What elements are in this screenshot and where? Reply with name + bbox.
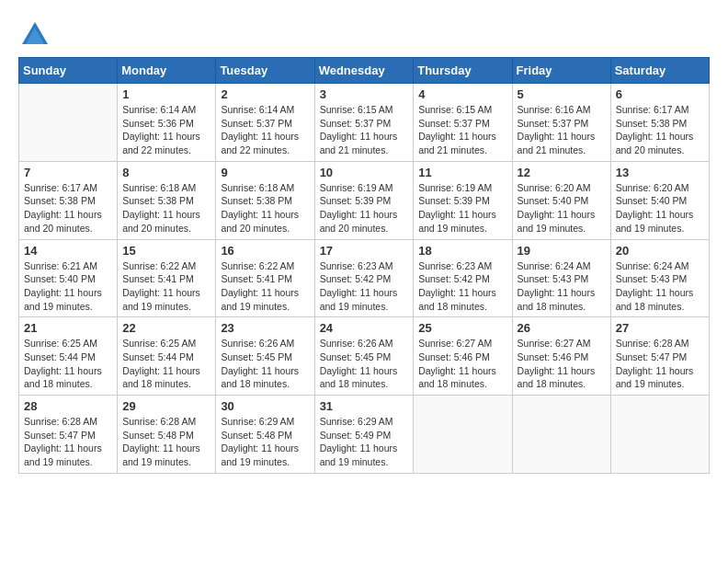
day-number: 15 xyxy=(122,244,210,258)
calendar-week-2: 7Sunrise: 6:17 AMSunset: 5:38 PMDaylight… xyxy=(19,161,710,239)
cell-info: Sunrise: 6:28 AMSunset: 5:47 PMDaylight:… xyxy=(24,415,112,469)
cell-info: Sunrise: 6:23 AMSunset: 5:42 PMDaylight:… xyxy=(418,259,506,314)
day-number: 4 xyxy=(418,87,506,101)
day-number: 10 xyxy=(320,166,409,179)
day-number: 18 xyxy=(418,244,506,258)
day-number: 3 xyxy=(320,87,409,101)
page-header xyxy=(18,18,710,52)
calendar-cell: 12Sunrise: 6:20 AMSunset: 5:40 PMDayligh… xyxy=(512,161,610,239)
cell-info: Sunrise: 6:17 AMSunset: 5:38 PMDaylight:… xyxy=(616,103,704,157)
calendar-cell xyxy=(414,396,512,474)
day-number: 22 xyxy=(122,321,210,335)
cell-info: Sunrise: 6:25 AMSunset: 5:44 PMDaylight:… xyxy=(122,337,210,391)
day-number: 2 xyxy=(221,87,309,101)
calendar-cell: 9Sunrise: 6:18 AMSunset: 5:38 PMDaylight… xyxy=(216,161,314,239)
day-number: 24 xyxy=(320,321,409,335)
cell-info: Sunrise: 6:26 AMSunset: 5:45 PMDaylight:… xyxy=(320,337,409,391)
calendar-cell: 26Sunrise: 6:27 AMSunset: 5:46 PMDayligh… xyxy=(512,317,610,396)
cell-info: Sunrise: 6:18 AMSunset: 5:38 PMDaylight:… xyxy=(221,181,309,236)
day-number: 7 xyxy=(24,166,112,179)
calendar-cell xyxy=(19,84,118,162)
cell-info: Sunrise: 6:27 AMSunset: 5:46 PMDaylight:… xyxy=(418,337,506,391)
day-number: 27 xyxy=(616,321,704,335)
cell-info: Sunrise: 6:19 AMSunset: 5:39 PMDaylight:… xyxy=(320,181,409,236)
day-number: 8 xyxy=(122,166,210,179)
cell-info: Sunrise: 6:29 AMSunset: 5:48 PMDaylight:… xyxy=(221,415,309,469)
calendar-cell: 27Sunrise: 6:28 AMSunset: 5:47 PMDayligh… xyxy=(610,317,709,396)
day-number: 14 xyxy=(24,244,112,258)
calendar-cell: 6Sunrise: 6:17 AMSunset: 5:38 PMDaylight… xyxy=(610,84,709,162)
day-number: 21 xyxy=(24,321,112,335)
cell-info: Sunrise: 6:25 AMSunset: 5:44 PMDaylight:… xyxy=(24,337,112,391)
calendar-cell: 13Sunrise: 6:20 AMSunset: 5:40 PMDayligh… xyxy=(610,161,709,239)
day-number: 12 xyxy=(518,166,606,179)
weekday-header-saturday: Saturday xyxy=(610,58,709,84)
calendar-cell: 28Sunrise: 6:28 AMSunset: 5:47 PMDayligh… xyxy=(19,396,118,474)
weekday-header-sunday: Sunday xyxy=(19,58,118,84)
day-number: 6 xyxy=(616,87,704,101)
cell-info: Sunrise: 6:29 AMSunset: 5:49 PMDaylight:… xyxy=(320,415,409,469)
day-number: 30 xyxy=(221,399,309,413)
calendar-cell: 11Sunrise: 6:19 AMSunset: 5:39 PMDayligh… xyxy=(414,161,512,239)
calendar-week-4: 21Sunrise: 6:25 AMSunset: 5:44 PMDayligh… xyxy=(19,317,710,396)
cell-info: Sunrise: 6:24 AMSunset: 5:43 PMDaylight:… xyxy=(518,259,606,314)
cell-info: Sunrise: 6:15 AMSunset: 5:37 PMDaylight:… xyxy=(418,103,506,157)
day-number: 31 xyxy=(320,399,409,413)
calendar-cell: 18Sunrise: 6:23 AMSunset: 5:42 PMDayligh… xyxy=(414,239,512,317)
cell-info: Sunrise: 6:22 AMSunset: 5:41 PMDaylight:… xyxy=(221,259,309,314)
calendar-cell: 19Sunrise: 6:24 AMSunset: 5:43 PMDayligh… xyxy=(512,239,610,317)
day-number: 9 xyxy=(221,166,309,179)
day-number: 19 xyxy=(518,244,606,258)
calendar-cell: 21Sunrise: 6:25 AMSunset: 5:44 PMDayligh… xyxy=(19,317,118,396)
day-number: 23 xyxy=(221,321,309,335)
cell-info: Sunrise: 6:28 AMSunset: 5:47 PMDaylight:… xyxy=(616,337,704,391)
calendar-table: SundayMondayTuesdayWednesdayThursdayFrid… xyxy=(18,57,710,474)
cell-info: Sunrise: 6:19 AMSunset: 5:39 PMDaylight:… xyxy=(418,181,506,236)
day-number: 1 xyxy=(122,87,210,101)
day-number: 25 xyxy=(418,321,506,335)
calendar-cell xyxy=(610,396,709,474)
cell-info: Sunrise: 6:16 AMSunset: 5:37 PMDaylight:… xyxy=(518,103,606,157)
cell-info: Sunrise: 6:15 AMSunset: 5:37 PMDaylight:… xyxy=(320,103,409,157)
calendar-cell: 15Sunrise: 6:22 AMSunset: 5:41 PMDayligh… xyxy=(118,239,216,317)
day-number: 26 xyxy=(518,321,606,335)
day-number: 11 xyxy=(418,166,506,179)
cell-info: Sunrise: 6:14 AMSunset: 5:36 PMDaylight:… xyxy=(122,103,210,157)
weekday-header-row: SundayMondayTuesdayWednesdayThursdayFrid… xyxy=(19,58,710,84)
cell-info: Sunrise: 6:24 AMSunset: 5:43 PMDaylight:… xyxy=(616,259,704,314)
cell-info: Sunrise: 6:26 AMSunset: 5:45 PMDaylight:… xyxy=(221,337,309,391)
calendar-cell: 22Sunrise: 6:25 AMSunset: 5:44 PMDayligh… xyxy=(118,317,216,396)
cell-info: Sunrise: 6:20 AMSunset: 5:40 PMDaylight:… xyxy=(518,181,606,236)
calendar-cell: 16Sunrise: 6:22 AMSunset: 5:41 PMDayligh… xyxy=(216,239,314,317)
calendar-cell: 29Sunrise: 6:28 AMSunset: 5:48 PMDayligh… xyxy=(118,396,216,474)
day-number: 28 xyxy=(24,399,112,413)
calendar-cell: 5Sunrise: 6:16 AMSunset: 5:37 PMDaylight… xyxy=(512,84,610,162)
cell-info: Sunrise: 6:28 AMSunset: 5:48 PMDaylight:… xyxy=(122,415,210,469)
day-number: 5 xyxy=(518,87,606,101)
calendar-cell: 24Sunrise: 6:26 AMSunset: 5:45 PMDayligh… xyxy=(314,317,414,396)
calendar-cell: 31Sunrise: 6:29 AMSunset: 5:49 PMDayligh… xyxy=(314,396,414,474)
cell-info: Sunrise: 6:23 AMSunset: 5:42 PMDaylight:… xyxy=(320,259,409,314)
weekday-header-wednesday: Wednesday xyxy=(314,58,414,84)
calendar-cell: 25Sunrise: 6:27 AMSunset: 5:46 PMDayligh… xyxy=(414,317,512,396)
day-number: 13 xyxy=(616,166,704,179)
cell-info: Sunrise: 6:18 AMSunset: 5:38 PMDaylight:… xyxy=(122,181,210,236)
calendar-cell: 7Sunrise: 6:17 AMSunset: 5:38 PMDaylight… xyxy=(19,161,118,239)
weekday-header-monday: Monday xyxy=(118,58,216,84)
cell-info: Sunrise: 6:22 AMSunset: 5:41 PMDaylight:… xyxy=(122,259,210,314)
cell-info: Sunrise: 6:20 AMSunset: 5:40 PMDaylight:… xyxy=(616,181,704,236)
logo xyxy=(18,18,55,52)
logo-icon xyxy=(18,18,51,52)
cell-info: Sunrise: 6:21 AMSunset: 5:40 PMDaylight:… xyxy=(24,259,112,314)
cell-info: Sunrise: 6:14 AMSunset: 5:37 PMDaylight:… xyxy=(221,103,309,157)
calendar-cell: 17Sunrise: 6:23 AMSunset: 5:42 PMDayligh… xyxy=(314,239,414,317)
calendar-cell: 3Sunrise: 6:15 AMSunset: 5:37 PMDaylight… xyxy=(314,84,414,162)
calendar-cell: 2Sunrise: 6:14 AMSunset: 5:37 PMDaylight… xyxy=(216,84,314,162)
day-number: 16 xyxy=(221,244,309,258)
weekday-header-friday: Friday xyxy=(512,58,610,84)
day-number: 20 xyxy=(616,244,704,258)
day-number: 17 xyxy=(320,244,409,258)
calendar-week-5: 28Sunrise: 6:28 AMSunset: 5:47 PMDayligh… xyxy=(19,396,710,474)
calendar-week-3: 14Sunrise: 6:21 AMSunset: 5:40 PMDayligh… xyxy=(19,239,710,317)
calendar-cell: 8Sunrise: 6:18 AMSunset: 5:38 PMDaylight… xyxy=(118,161,216,239)
